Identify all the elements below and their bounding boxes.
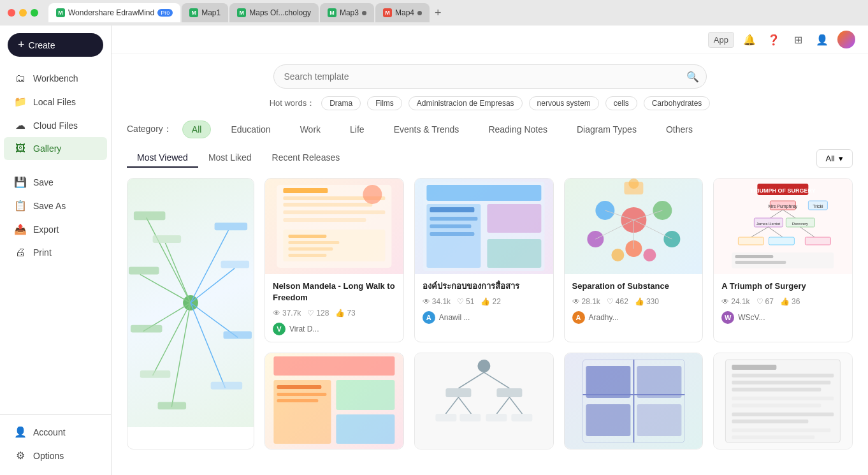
filter-dropdown[interactable]: All ▾	[816, 149, 853, 168]
create-button[interactable]: + Create	[8, 33, 103, 57]
right-cards-grid: Nelson Mandela - Long Walk to Freedom 👁 …	[264, 178, 853, 449]
card-thumb-nelson-svg	[265, 179, 403, 274]
card-bottom-1[interactable]	[264, 353, 404, 449]
category-reading-notes[interactable]: Reading Notes	[479, 121, 557, 138]
category-work[interactable]: Work	[291, 121, 330, 138]
category-section: Category： All Education Work Life Events…	[127, 121, 853, 138]
search-input[interactable]	[273, 64, 707, 89]
category-all[interactable]: All	[182, 121, 212, 138]
sort-tab-recent-releases[interactable]: Recent Releases	[262, 149, 351, 168]
sep-views: 👁 28.1k	[572, 297, 600, 306]
search-button[interactable]: 🔍	[686, 71, 699, 83]
sidebar-item-cloud-files-label: Cloud Files	[33, 121, 78, 131]
card-bottom-2[interactable]	[414, 353, 554, 449]
card-triumph-surgery[interactable]: TRIUMPH OF SURGERY Mrs Pumphrey Tricki	[713, 178, 853, 342]
svg-text:Mrs Pumphrey: Mrs Pumphrey	[769, 204, 798, 209]
tab-maps-psychology[interactable]: M Maps Of...chology	[229, 3, 319, 22]
search-bar: 🔍	[273, 64, 707, 89]
sidebar-item-cloud-files[interactable]: ☁ Cloud Files	[4, 113, 107, 137]
card-bottom-4[interactable]	[713, 353, 853, 449]
heart-icon-4: ♡	[756, 297, 763, 306]
nelson-views: 👁 37.7k	[273, 309, 301, 318]
maximize-window-button[interactable]	[31, 9, 38, 17]
card-separation[interactable]: Separation of Substance 👁 28.1k ♡ 462 👍 …	[564, 178, 704, 342]
sidebar-item-gallery[interactable]: 🖼 Gallery	[4, 137, 107, 160]
svg-line-92	[496, 397, 509, 414]
svg-rect-88	[445, 388, 471, 397]
svg-text:James Herriot: James Herriot	[756, 222, 781, 226]
tab-map4-label: Map4	[395, 8, 414, 17]
user-avatar[interactable]	[837, 31, 855, 48]
card-bottom-3[interactable]	[564, 353, 704, 449]
card-thai-communication[interactable]: องค์ประกอบของการสื่อสาร 👁 34.1k ♡ 51 👍 2…	[414, 178, 554, 342]
svg-rect-97	[511, 414, 532, 421]
tab-edrawmind[interactable]: M Wondershare EdrawMind Pro	[48, 3, 180, 22]
svg-rect-89	[496, 388, 522, 397]
hot-tag-administracion[interactable]: Administracion de Empresas	[409, 96, 523, 110]
category-life[interactable]: Life	[340, 121, 374, 138]
content-area: App 🔔 ❓ ⊞ 👤 🔍 Hot words： Drama Films Adm…	[112, 26, 868, 475]
sidebar-item-export-label: Export	[33, 224, 59, 235]
hot-tag-cells[interactable]: cells	[605, 96, 637, 110]
app-button[interactable]: App	[708, 32, 734, 48]
hot-words-label: Hot words：	[270, 98, 315, 109]
tab-map4[interactable]: M Map4	[375, 3, 430, 22]
svg-rect-96	[486, 414, 507, 421]
sidebar-item-save-as[interactable]: 📋 Save As	[4, 194, 107, 217]
category-diagram-types[interactable]: Diagram Types	[567, 121, 646, 138]
tab-map3[interactable]: M Map3	[320, 3, 374, 22]
hot-tag-carbohydrates[interactable]: Carbohydrates	[644, 96, 711, 110]
svg-rect-80	[336, 380, 394, 410]
svg-rect-75	[732, 252, 834, 268]
svg-rect-41	[430, 232, 474, 236]
sidebar-item-options[interactable]: ⚙ Options	[4, 444, 107, 467]
separation-author-avatar: A	[572, 311, 585, 324]
sidebar-item-workbench[interactable]: 🗂 Workbench	[4, 67, 107, 90]
sidebar-item-options-label: Options	[33, 451, 64, 461]
eye-icon-2: 👁	[423, 297, 430, 306]
sort-tab-most-liked[interactable]: Most Liked	[198, 149, 262, 168]
nelson-shares: 👍 73	[335, 309, 355, 318]
card-nelson-mandela[interactable]: Nelson Mandela - Long Walk to Freedom 👁 …	[264, 178, 404, 342]
sort-tab-most-viewed[interactable]: Most Viewed	[127, 149, 198, 168]
tab-map4-unsaved-dot	[417, 11, 422, 15]
minimize-window-button[interactable]	[19, 9, 27, 17]
notification-icon[interactable]: 🔔	[741, 31, 758, 48]
grid-icon[interactable]: ⊞	[789, 31, 807, 48]
thumbs-icon-4: 👍	[780, 297, 790, 306]
category-events-trends[interactable]: Events & Trends	[384, 121, 469, 138]
close-window-button[interactable]	[8, 9, 15, 17]
hot-tag-films[interactable]: Films	[367, 96, 402, 110]
sidebar-bottom: 👤 Account ⚙ Options	[0, 414, 111, 467]
svg-line-69	[751, 227, 769, 237]
sidebar: + Create 🗂 Workbench 📁 Local Files ☁ Clo…	[0, 26, 112, 475]
sidebar-item-export[interactable]: 📤 Export	[4, 217, 107, 241]
svg-text:Recovery: Recovery	[792, 222, 808, 226]
svg-rect-18	[221, 261, 250, 268]
hot-tag-nervous[interactable]: nervous system	[529, 96, 599, 110]
new-tab-button[interactable]: +	[431, 6, 445, 20]
thai-author-avatar: A	[423, 311, 435, 324]
category-education[interactable]: Education	[221, 121, 280, 138]
thumbs-icon-2: 👍	[481, 297, 490, 306]
sidebar-item-account[interactable]: 👤 Account	[4, 420, 107, 444]
svg-rect-99	[586, 366, 630, 398]
svg-rect-95	[459, 414, 481, 421]
sidebar-item-save-label: Save	[33, 177, 54, 187]
filter-label: All	[826, 154, 835, 163]
svg-rect-73	[769, 237, 795, 245]
tab-map1[interactable]: M Map1	[182, 3, 228, 22]
sidebar-item-local-files[interactable]: 📁 Local Files	[4, 90, 107, 113]
svg-point-56	[628, 179, 639, 189]
card-large-mindmap[interactable]	[127, 178, 254, 449]
hot-tag-drama[interactable]: Drama	[321, 96, 361, 110]
sidebar-item-save[interactable]: 💾 Save	[4, 170, 107, 194]
help-icon[interactable]: ❓	[765, 31, 783, 48]
card-bottom-3-svg	[565, 353, 703, 449]
svg-line-71	[800, 227, 815, 237]
category-others[interactable]: Others	[656, 121, 702, 138]
card-thai-author: A Anawil ...	[423, 311, 546, 324]
user-profile-icon[interactable]: 👤	[813, 31, 831, 48]
svg-text:TRIUMPH OF SURGERY: TRIUMPH OF SURGERY	[750, 187, 816, 194]
sidebar-item-print[interactable]: 🖨 Print	[4, 241, 107, 264]
